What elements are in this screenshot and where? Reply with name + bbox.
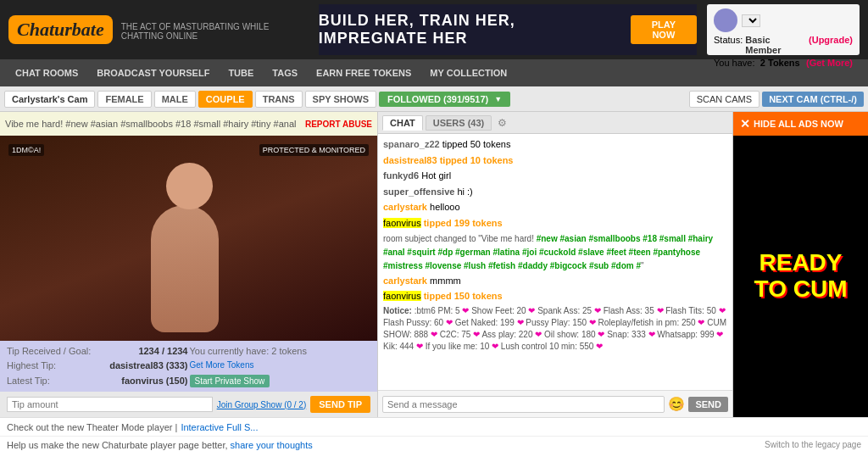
tab-spy-shows[interactable]: SPY SHOWS <box>305 91 376 108</box>
ad-text: READYTO CUM <box>754 250 848 303</box>
bottom-info-text1: Check out the new Theater Mode player | <box>7 422 177 432</box>
chat-tab[interactable]: CHAT <box>382 115 423 131</box>
protected-text: PROTECTED & MONITORED <box>259 144 369 156</box>
nav-collection[interactable]: MY COLLECTION <box>421 64 515 81</box>
room-tabs: Carlystark's Cam FEMALE MALE COUPLE TRAN… <box>0 86 868 112</box>
users-tab[interactable]: USERS (43) <box>426 115 492 131</box>
latest-tip-row: Latest Tip: faonvirus (150) <box>7 373 188 388</box>
chat-message: faonvirus tipped 150 tokens <box>383 289 727 304</box>
logo-text: Chaturbate <box>17 19 104 40</box>
tip-area: Join Group Show (0 / 2) SEND TIP <box>0 392 377 417</box>
hide-ads-button[interactable]: ✕ HIDE ALL ADS NOW <box>733 112 868 136</box>
status-value: Basic Member <box>745 35 805 55</box>
bottom-info-bar2: Help us make the new Chaturbate player p… <box>0 436 868 451</box>
status-label: Status: <box>714 35 743 55</box>
play-button[interactable]: PLAY NOW <box>631 15 697 44</box>
nav-chat-rooms[interactable]: CHAT ROOMS <box>7 64 86 81</box>
nav-earn-tokens[interactable]: EARN FREE TOKENS <box>308 64 420 81</box>
msg-text: room subject changed to "Vibe me hard! #… <box>383 234 713 270</box>
start-private-show-button[interactable]: Start Private Show <box>190 375 270 387</box>
switch-legacy-link[interactable]: Switch to the legacy page <box>765 440 861 449</box>
get-more-link[interactable]: (Get More) <box>806 58 853 68</box>
send-message-button[interactable]: SEND <box>688 397 728 412</box>
interactive-link[interactable]: Interactive Full S... <box>181 422 258 432</box>
bottom-info-bar: Check out the new Theater Mode player | … <box>0 417 868 436</box>
msg-text: hi :) <box>457 187 472 197</box>
user-avatar <box>714 8 737 32</box>
chat-message: spanaro_z22 tipped 50 tokens <box>383 137 727 153</box>
nav-tags[interactable]: TAGS <box>264 64 306 81</box>
video-frame[interactable]: 1DM©A! PROTECTED & MONITORED <box>0 136 377 341</box>
join-group-show-link[interactable]: Join Group Show (0 / 2) <box>217 400 307 409</box>
tab-male[interactable]: MALE <box>154 91 196 108</box>
chat-input-area: 😊 SEND <box>378 390 732 417</box>
tokens-available-row: You currently have: 2 tokens <box>190 344 371 357</box>
chat-tabs: CHAT USERS (43) ⚙ <box>378 112 732 134</box>
have-label: You have: <box>714 58 755 68</box>
video-placeholder: 1DM©A! PROTECTED & MONITORED <box>0 136 377 341</box>
header-user-info: Status: Basic Member (Upgrade) You have:… <box>707 4 860 55</box>
nav-broadcast[interactable]: BROADCAST YOURSELF <box>88 64 218 81</box>
tab-female[interactable]: FEMALE <box>97 91 151 108</box>
upgrade-link[interactable]: (Upgrade) <box>809 35 853 55</box>
tagline: THE ACT OF MASTURBATING WHILE CHATTING O… <box>121 22 310 41</box>
msg-text: tipped 10 tokens <box>440 155 514 165</box>
msg-text: tipped 150 tokens <box>424 291 503 301</box>
main-content: Vibe me hard! #new #asian #smallboobs #1… <box>0 112 868 417</box>
tokens-count: 2 Tokens <box>760 58 800 68</box>
chat-message: dasistreal83 tipped 10 tokens <box>383 153 727 169</box>
chat-input[interactable] <box>382 396 665 413</box>
scan-cams-button[interactable]: SCAN CAMS <box>689 91 760 108</box>
bottom-help-text: Help us make the new Chaturbate player p… <box>7 440 313 450</box>
msg-text: Hot girl <box>421 170 451 181</box>
tip-links: Join Group Show (0 / 2) <box>217 400 307 409</box>
watermark: 1DM©A! <box>8 144 44 156</box>
chat-messages: spanaro_z22 tipped 50 tokens dasistreal8… <box>378 134 732 390</box>
subject-text: Vibe me hard! #new #asian #smallboobs #1… <box>5 119 301 129</box>
report-abuse-link[interactable]: REPORT ABUSE <box>305 120 372 129</box>
private-show-row: Start Private Show <box>190 373 371 388</box>
followed-button[interactable]: FOLLOWED (391/9517) ▼ <box>379 92 510 107</box>
followed-label: FOLLOWED (391/9517) <box>387 94 488 104</box>
send-tip-button[interactable]: SEND TIP <box>310 396 370 413</box>
ad-content[interactable]: READYTO CUM <box>733 136 868 417</box>
video-area: Vibe me hard! #new #asian #smallboobs #1… <box>0 112 377 417</box>
user-menu[interactable] <box>742 14 760 27</box>
close-icon: ✕ <box>740 117 750 131</box>
status-row: Status: Basic Member (Upgrade) <box>714 35 853 55</box>
msg-user: carlystark <box>383 276 427 286</box>
tokens-available-label: You currently have: 2 tokens <box>190 346 307 356</box>
tip-goal-value: 1234 / 1234 <box>138 346 187 356</box>
chevron-down-icon: ▼ <box>494 95 502 103</box>
chat-message: room subject changed to "Vibe me hard! #… <box>383 232 727 273</box>
emoji-button[interactable]: 😊 <box>668 396 685 412</box>
tab-couple[interactable]: COUPLE <box>198 91 253 108</box>
cam-title: Carlystark's Cam <box>4 91 95 108</box>
get-more-tokens-link[interactable]: Get More Tokens <box>190 360 254 370</box>
tokens-row: You have: 2 Tokens (Get More) <box>714 58 853 68</box>
msg-text: hellooo <box>430 202 459 212</box>
bottom-text2: Help us make the new Chaturbate player p… <box>7 440 231 450</box>
links-row: Get More Tokens <box>190 359 371 371</box>
header-middle: THE ACT OF MASTURBATING WHILE CHATTING O… <box>113 19 319 41</box>
next-cam-button[interactable]: NEXT CAM (CTRL-/) <box>762 92 864 107</box>
tip-amount-input[interactable] <box>7 397 213 412</box>
msg-user: dasistreal83 <box>383 155 437 165</box>
logo[interactable]: Chaturbate <box>8 15 113 44</box>
msg-user: spanaro_z22 <box>383 139 440 149</box>
video-stats: Tip Received / Goal: 1234 / 1234 You cur… <box>0 341 377 392</box>
msg-user: faonvirus <box>383 218 421 228</box>
highest-tip-value: dasistreal83 (333) <box>109 360 187 370</box>
tab-trans[interactable]: TRANS <box>255 91 303 108</box>
hide-ads-label: HIDE ALL ADS NOW <box>754 119 843 129</box>
tip-goal-label: Tip Received / Goal: <box>7 346 91 356</box>
video-image: 1DM©A! PROTECTED & MONITORED <box>0 136 377 341</box>
ad-panel: ✕ HIDE ALL ADS NOW READYTO CUM <box>732 112 868 417</box>
chat-message: funkyd6 Hot girl <box>383 169 727 184</box>
settings-icon[interactable]: ⚙ <box>494 115 510 131</box>
msg-user: funkyd6 <box>383 170 419 181</box>
highest-tip-row: Highest Tip: dasistreal83 (333) <box>7 359 188 371</box>
share-thoughts-link[interactable]: share your thoughts <box>231 440 313 450</box>
nav-tube[interactable]: TUBE <box>220 64 262 81</box>
header-banner: BUILD HER, TRAIN HER, IMPREGNATE HER PLA… <box>319 4 697 55</box>
